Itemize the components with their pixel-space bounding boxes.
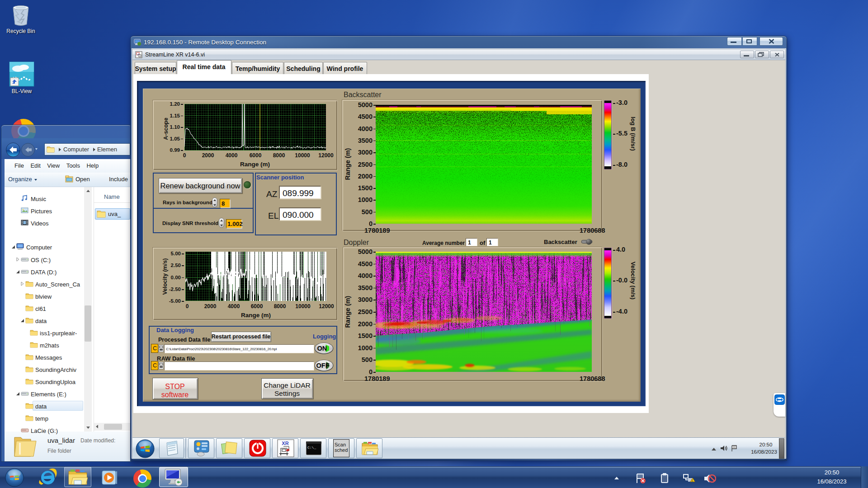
- svg-text:!: !: [692, 479, 693, 482]
- svg-text:C:\_: C:\_: [307, 446, 316, 450]
- svg-text:XR: XR: [282, 441, 288, 446]
- svg-text:ON: ON: [317, 345, 327, 352]
- svg-text:OFF: OFF: [316, 362, 330, 369]
